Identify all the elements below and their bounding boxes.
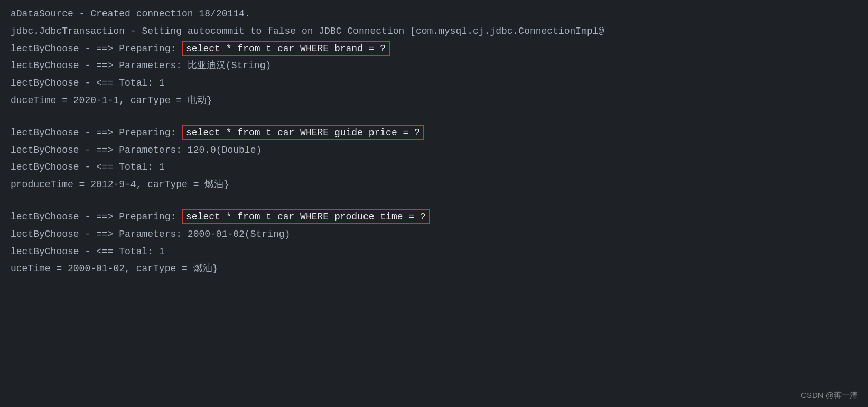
- console-output: aDataSource - Created connection 18/2011…: [0, 0, 868, 283]
- log-line: uceTime = 2000-01-02, carType = 燃油}: [0, 260, 868, 278]
- log-line: duceTime = 2020-1-1, carType = 电动}: [0, 92, 868, 109]
- watermark: CSDN @蒋一清: [801, 391, 857, 401]
- log-line: [0, 193, 868, 208]
- log-prefix: lectByChoose - ==> Preparing:: [11, 43, 182, 54]
- log-line: lectByChoose - ==> Parameters: 120.0(Dou…: [0, 142, 868, 159]
- log-line: jdbc.JdbcTransaction - Setting autocommi…: [0, 23, 868, 40]
- log-line: lectByChoose - <== Total: 1: [0, 159, 868, 176]
- log-prefix: lectByChoose - ==> Preparing:: [11, 211, 182, 222]
- log-line: lectByChoose - ==> Parameters: 比亚迪汉(Stri…: [0, 57, 868, 75]
- log-line: [0, 109, 868, 124]
- sql-highlight: select * from t_car WHERE brand = ?: [182, 41, 390, 56]
- log-line: aDataSource - Created connection 18/2011…: [0, 5, 868, 23]
- log-line: lectByChoose - ==> Preparing: select * f…: [0, 40, 868, 58]
- log-line: lectByChoose - ==> Parameters: 2000-01-0…: [0, 226, 868, 243]
- sql-highlight: select * from t_car WHERE guide_price = …: [182, 125, 424, 140]
- log-line: lectByChoose - <== Total: 1: [0, 75, 868, 92]
- sql-highlight: select * from t_car WHERE produce_time =…: [182, 209, 430, 224]
- log-prefix: lectByChoose - ==> Preparing:: [11, 127, 182, 138]
- log-line: lectByChoose - ==> Preparing: select * f…: [0, 124, 868, 142]
- log-line: produceTime = 2012-9-4, carType = 燃油}: [0, 176, 868, 193]
- log-line: lectByChoose - ==> Preparing: select * f…: [0, 208, 868, 226]
- log-line: lectByChoose - <== Total: 1: [0, 243, 868, 261]
